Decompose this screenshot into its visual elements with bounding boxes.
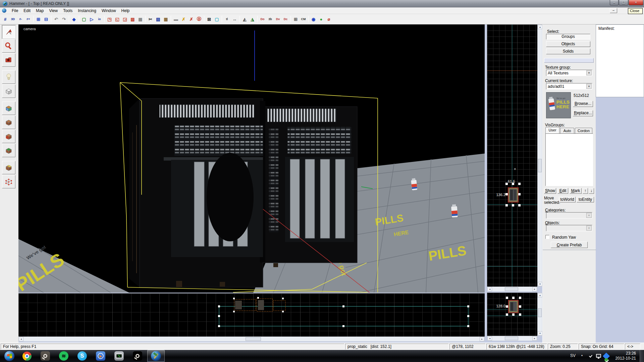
tool-camera-button[interactable] <box>2 53 15 67</box>
prop-vending-machines[interactable] <box>129 99 357 287</box>
toolbar-load-window-state-button[interactable]: ⊞ <box>35 15 42 23</box>
viewport-2d-top-right[interactable] <box>487 24 537 287</box>
toolbar-cut-button[interactable]: ✂ <box>147 15 154 23</box>
menu-map[interactable]: Map <box>33 8 46 14</box>
visgroups-show-button[interactable]: Show <box>544 188 556 194</box>
tray-clock[interactable]: 23:26 2012-10-21 <box>611 351 636 361</box>
replace-button[interactable]: Replace... <box>573 110 593 116</box>
scrollbar-thumb[interactable] <box>505 287 518 291</box>
vertical-scrollbar[interactable]: ▴▾ <box>537 293 542 336</box>
browse-button[interactable]: Browse... <box>573 101 593 107</box>
toolbar-grid-3d-button[interactable]: 3D <box>9 15 17 23</box>
toolbar-save-window-state-button[interactable]: ⊟ <box>42 15 50 23</box>
visgroups-edit-button[interactable]: Edit <box>557 188 568 194</box>
mdi-minimize-button[interactable]: – <box>610 8 617 13</box>
tray-language[interactable]: SV <box>570 353 576 358</box>
scroll-up-icon[interactable]: ▴ <box>538 293 542 297</box>
toolbar-toggle-detail-button[interactable]: Dv <box>274 15 282 23</box>
toolbar-toggle-3d-sprites-button[interactable]: 3b <box>266 15 274 23</box>
toolbar-toggle-group-ignore-button[interactable]: ▨ <box>129 15 137 23</box>
to-world-button[interactable]: toWorld <box>559 197 576 202</box>
scrollbar-thumb[interactable] <box>505 337 518 340</box>
visgroups-down-button[interactable]: ↓ <box>589 188 594 194</box>
toolbar-toggle-nodraw-button[interactable]: ø <box>325 15 333 23</box>
visgroups-tab-auto[interactable]: Auto <box>560 128 574 133</box>
taskbar-steam-client[interactable] <box>129 350 146 362</box>
texture-preview[interactable]: We've got PILLS HERE <box>546 92 571 118</box>
current-texture-dropdown[interactable]: ads/ad01 ▼ <box>546 83 592 89</box>
toolbar-toggle-cordon-button[interactable]: Ⓑ <box>195 15 203 23</box>
horizontal-scrollbar[interactable]: ◂▸ <box>487 336 537 341</box>
toolbar-world-to-entity-button[interactable]: ▩ <box>137 15 144 23</box>
chevron-down-icon[interactable]: ▼ <box>586 84 592 89</box>
toolbar-flip-vertical-button[interactable]: ◮ <box>249 15 256 23</box>
taskbar-monitor-app[interactable]: ∿ <box>110 350 128 362</box>
tool-block-button[interactable] <box>2 84 15 98</box>
toolbar-redo-button[interactable]: ↷ <box>60 15 68 23</box>
scroll-down-icon[interactable]: ▾ <box>538 331 542 336</box>
toolbar-run-map-button[interactable]: ▷ <box>88 15 96 23</box>
visgroups-tab-user[interactable]: User <box>545 127 559 133</box>
close-button[interactable]: × <box>629 0 643 5</box>
tray-network[interactable] <box>596 354 601 362</box>
toolbar-group-button[interactable]: ◱ <box>113 15 121 23</box>
tool-decal-button[interactable] <box>2 130 15 143</box>
scroll-down-icon[interactable]: ▾ <box>538 282 542 286</box>
scroll-right-icon[interactable]: ▸ <box>532 287 537 291</box>
tool-vertex-button[interactable] <box>2 175 15 188</box>
taskbar-steam[interactable] <box>37 350 54 362</box>
toolbar-carve-button[interactable]: ◳ <box>106 15 113 23</box>
vertical-scrollbar[interactable]: ▴▾ <box>537 24 542 287</box>
scrollbar-thumb[interactable] <box>246 337 261 341</box>
tool-selection-button[interactable] <box>2 25 15 39</box>
visgroups-tab-cordon[interactable]: Cordon <box>575 128 592 133</box>
texture-group-dropdown[interactable]: All Textures ▼ <box>546 70 592 76</box>
menu-instancing[interactable]: Instancing <box>75 8 99 14</box>
toolbar-copy-button[interactable]: ▤ <box>154 15 162 23</box>
visgroups-mark-button[interactable]: Mark <box>570 188 582 194</box>
toolbar-model-render-button[interactable]: ● <box>317 15 325 23</box>
toolbar-pointfile-button[interactable]: ◉ <box>310 15 317 23</box>
toolbar-center-view-button[interactable]: CM <box>300 15 307 23</box>
scroll-left-icon[interactable]: ◂ <box>487 287 492 291</box>
toolbar-select-inside-button[interactable]: ▢ <box>213 15 221 23</box>
tray-dropbox[interactable] <box>604 354 609 362</box>
taskbar-skype[interactable]: S <box>73 350 91 362</box>
toolbar-texture-scale-lock-button[interactable]: ↔ <box>231 15 238 23</box>
select-solids-button[interactable]: Solids <box>546 49 590 54</box>
visgroups-up-button[interactable]: ↑ <box>583 188 588 194</box>
visgroups-list[interactable] <box>545 133 593 186</box>
toolbar-larger-grid-button[interactable]: #+ <box>24 15 32 23</box>
tool-entity-button[interactable] <box>2 70 15 84</box>
toolbar-entity-io-button[interactable]: io <box>96 15 103 23</box>
scroll-left-icon[interactable]: ◂ <box>487 336 492 341</box>
toolbar-snap-grid-button[interactable]: # <box>1 15 9 23</box>
show-desktop-button[interactable] <box>640 350 644 362</box>
tool-texture-application-button[interactable] <box>2 102 15 115</box>
toolbar-ungroup-button[interactable]: ◲ <box>121 15 129 23</box>
create-prefab-button[interactable]: Create Prefab <box>551 242 588 248</box>
toolbar-toggle-fade-button[interactable]: Dc <box>282 15 289 23</box>
menu-window[interactable]: Window <box>99 8 119 14</box>
to-entity-button[interactable]: toEntity <box>577 197 594 202</box>
select-groups-button[interactable]: Groups <box>546 34 590 40</box>
menu-edit[interactable]: Edit <box>21 8 33 14</box>
toolbar-goto-coordinates-button[interactable]: ◆ <box>70 15 78 23</box>
tool-magnify-button[interactable] <box>2 39 15 53</box>
tool-overlay-button[interactable] <box>2 144 15 157</box>
menu-help[interactable]: Help <box>119 8 132 14</box>
viewport-3d[interactable]: PILLS HERE PILLS We've got We've got PIL… <box>18 24 485 293</box>
toolbar-split-view-button[interactable]: ⊞ <box>292 15 300 23</box>
minimize-button[interactable]: – <box>610 0 619 5</box>
categories-dropdown[interactable]: ▼ <box>546 212 592 219</box>
start-button[interactable] <box>1 350 18 362</box>
toolbar-undo-button[interactable]: ↶ <box>52 15 60 23</box>
random-yaw-checkbox[interactable] <box>545 235 549 239</box>
tool-apply-current-texture-button[interactable] <box>2 116 15 129</box>
menu-file[interactable]: File <box>9 8 21 14</box>
scrollbar-thumb[interactable] <box>538 159 542 172</box>
menu-tools[interactable]: Tools <box>60 8 75 14</box>
scroll-up-icon[interactable]: ▴ <box>538 25 542 29</box>
viewport-2d-bottom[interactable] <box>18 293 485 337</box>
toolbar-texture-lock-button[interactable]: tl <box>223 15 231 23</box>
